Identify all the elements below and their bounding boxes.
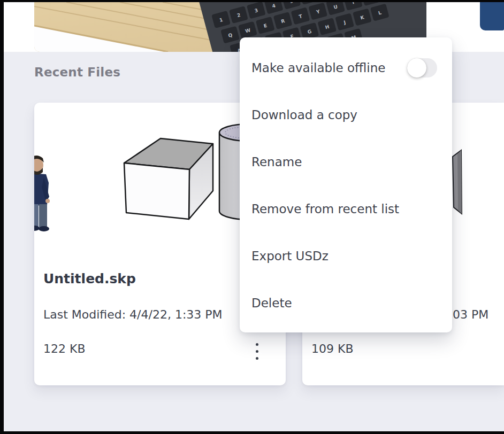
menu-item-make-available-offline[interactable]: Make available offline — [240, 44, 452, 91]
window-frame-top — [0, 0, 504, 2]
menu-item-label: Rename — [251, 155, 302, 169]
kebab-vertical-icon[interactable] — [246, 338, 268, 365]
file-name: Untitled.skp — [43, 271, 136, 286]
person-figure — [34, 156, 50, 231]
app-window: 1234567890QWERTYUIOPASDFGHJKLZXCVBNM Rec… — [0, 0, 504, 434]
menu-item-remove-from-recent-list[interactable]: Remove from recent list — [240, 185, 452, 232]
menu-item-label: Remove from recent list — [251, 202, 399, 216]
primary-action-button[interactable] — [480, 2, 504, 30]
menu-item-label: Delete — [251, 296, 292, 310]
menu-item-delete[interactable]: Delete — [240, 280, 452, 327]
file-last-modified: Last Modified: 4/4/22, 1:33 PM — [43, 308, 223, 321]
window-frame-bottom — [0, 431, 504, 434]
menu-item-label: Download a copy — [251, 108, 357, 122]
toggle-knob — [407, 58, 426, 78]
offline-toggle[interactable] — [407, 58, 437, 78]
file-last-modified-fragment: 03 PM — [453, 308, 488, 321]
menu-item-label: Make available offline — [251, 61, 385, 75]
file-size: 122 KB — [43, 342, 86, 355]
file-size: 109 KB — [311, 342, 354, 355]
file-context-menu: Make available offline Download a copy R… — [240, 37, 452, 332]
box-shape — [124, 138, 213, 219]
menu-item-label: Export USDz — [251, 249, 329, 263]
menu-item-export-usdz[interactable]: Export USDz — [240, 232, 452, 280]
menu-item-download-a-copy[interactable]: Download a copy — [240, 91, 452, 138]
section-title: Recent Files — [34, 65, 120, 79]
menu-item-rename[interactable]: Rename — [240, 138, 452, 185]
window-frame-left — [0, 0, 4, 434]
gray-shape-shadow — [457, 150, 462, 214]
